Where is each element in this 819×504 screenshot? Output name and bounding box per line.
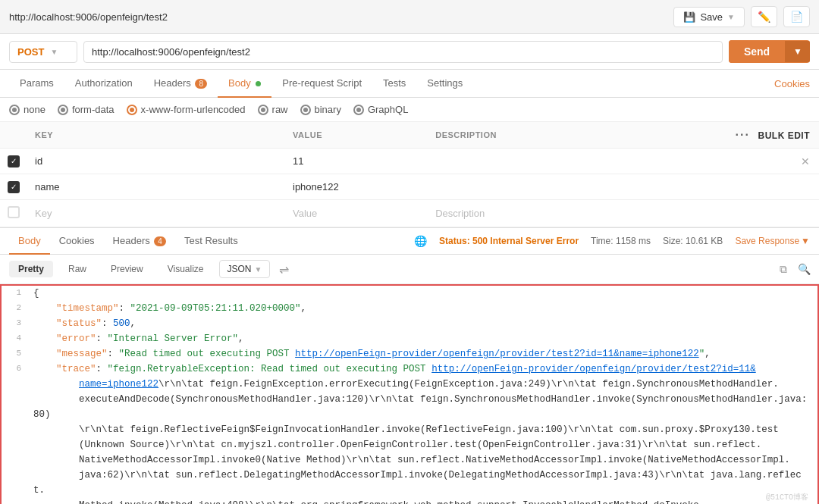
json-content-1: {: [33, 286, 808, 301]
tab-settings[interactable]: Settings: [416, 70, 473, 98]
th-value: VALUE: [285, 122, 428, 149]
resp-tab-cookies[interactable]: Cookies: [50, 228, 104, 255]
tab-tests[interactable]: Tests: [372, 70, 416, 98]
delete-name[interactable]: [606, 174, 819, 200]
method-select[interactable]: POST ▼: [9, 41, 77, 63]
line-num-12-blank: [11, 468, 33, 468]
json-content-7: name=iphone122\r\n\tat feign.FeignExcept…: [33, 377, 808, 392]
line-num-9-blank: [11, 422, 33, 423]
line-num-7-blank: [11, 377, 33, 377]
json-line-5: 5 "message": "Read timed out executing P…: [2, 346, 817, 362]
radio-raw-circle: [258, 105, 268, 115]
save-chevron-icon: ▼: [727, 13, 735, 21]
radio-graphql[interactable]: GraphQL: [353, 104, 408, 115]
format-bar: Pretty Raw Preview Visualize JSON ▼ ⇌ ⧉ …: [0, 255, 819, 284]
delete-id[interactable]: ✕: [606, 149, 819, 174]
edit-icon-button[interactable]: ✏️: [751, 6, 777, 27]
trace-link-2[interactable]: name=iphone122: [79, 379, 158, 390]
send-main-button[interactable]: Send: [729, 40, 785, 63]
watermark: @51CTO博客: [766, 492, 808, 504]
format-tab-pretty[interactable]: Pretty: [9, 261, 53, 277]
save-response-chevron-icon: ▼: [801, 236, 810, 246]
request-tabs: Params Authorization Headers 8 Body Pre-…: [0, 70, 819, 98]
tab-headers[interactable]: Headers 8: [143, 70, 218, 98]
placeholder-checkbox: [0, 200, 27, 227]
format-tab-visualize[interactable]: Visualize: [158, 261, 213, 277]
json-line-10: (Unknown Source)\r\n\tat cn.myjszl.contr…: [2, 437, 817, 452]
resp-tab-testresults[interactable]: Test Results: [175, 228, 247, 255]
desc-name[interactable]: [428, 174, 606, 200]
radio-binary[interactable]: binary: [300, 104, 341, 115]
notes-icon-button[interactable]: 📄: [783, 6, 810, 27]
tab-params[interactable]: Params: [9, 70, 64, 98]
tabs-right: Cookies: [774, 78, 810, 89]
line-num-4: 4: [11, 331, 33, 346]
value-name[interactable]: iphone122: [285, 174, 428, 200]
save-response-button[interactable]: Save Response ▼: [735, 236, 810, 246]
key-name[interactable]: name: [27, 174, 285, 200]
resp-tab-body[interactable]: Body: [9, 228, 50, 255]
body-type-row: none form-data x-www-form-urlencoded raw…: [0, 98, 819, 122]
tab-body[interactable]: Body: [218, 70, 271, 98]
tab-authorization[interactable]: Authorization: [64, 70, 143, 98]
send-button-group: Send ▼: [729, 40, 810, 63]
more-options-button[interactable]: ···: [735, 128, 749, 141]
radio-formdata-circle: [58, 105, 68, 115]
send-dropdown-button[interactable]: ▼: [785, 41, 810, 62]
line-num-10-blank: [11, 437, 33, 438]
save-label: Save: [700, 11, 723, 23]
checkbox-name-box[interactable]: [8, 181, 20, 193]
message-link[interactable]: http://openFeign-provider/openfeign/prov…: [295, 349, 699, 359]
json-format-select[interactable]: JSON ▼: [219, 260, 271, 278]
request-bar: POST ▼ Send ▼: [0, 34, 819, 70]
desc-id[interactable]: [428, 149, 606, 174]
json-line-9: \r\n\tat feign.ReflectiveFeign$FeignInvo…: [2, 422, 817, 437]
value-id[interactable]: 11: [285, 149, 428, 174]
radio-urlencoded-label: x-www-form-urlencoded: [141, 104, 246, 115]
url-input[interactable]: [83, 41, 723, 63]
json-content-10: (Unknown Source)\r\n\tat cn.myjszl.contr…: [33, 437, 808, 452]
method-label: POST: [17, 46, 44, 58]
json-content-8: executeAndDecode(SynchronousMethodHandle…: [33, 392, 808, 422]
radio-binary-label: binary: [315, 104, 341, 115]
checkbox-name[interactable]: [0, 174, 27, 200]
key-id[interactable]: id: [27, 149, 285, 174]
line-num-2: 2: [11, 301, 33, 315]
th-checkbox: [0, 122, 27, 149]
radio-raw[interactable]: raw: [258, 104, 288, 115]
placeholder-desc[interactable]: Description: [428, 200, 606, 227]
resp-tab-headers[interactable]: Headers 4: [104, 228, 175, 255]
body-dot: [256, 81, 261, 86]
format-actions: ⧉ 🔍: [780, 263, 810, 275]
radio-none[interactable]: none: [9, 104, 46, 115]
th-key: KEY: [27, 122, 285, 149]
copy-icon[interactable]: ⧉: [780, 263, 792, 275]
json-content-13: Method.invoke(Method.java:498)\r\n\tat o…: [33, 498, 808, 504]
save-button[interactable]: 💾 Save ▼: [673, 7, 745, 27]
format-tab-raw[interactable]: Raw: [59, 261, 96, 277]
delete-id-icon[interactable]: ✕: [801, 155, 810, 167]
bulk-edit-button[interactable]: Bulk Edit: [758, 130, 811, 141]
radio-urlencoded[interactable]: x-www-form-urlencoded: [127, 104, 246, 115]
format-filter-icon[interactable]: ⇌: [279, 262, 289, 277]
json-content-6: "trace": "feign.RetryableException: Read…: [33, 362, 808, 377]
line-num-8-blank: [11, 392, 33, 393]
json-line-2: 2 "timestamp": "2021-09-09T05:21:11.020+…: [2, 301, 817, 316]
checkbox-id-box[interactable]: [8, 155, 20, 167]
json-select-chevron: ▼: [255, 265, 262, 274]
radio-formdata[interactable]: form-data: [58, 104, 115, 115]
globe-icon: 🌐: [414, 235, 427, 247]
json-line-3: 3 "status": 500,: [2, 316, 817, 331]
format-tab-preview[interactable]: Preview: [102, 261, 152, 277]
tab-prerequest[interactable]: Pre-request Script: [271, 70, 372, 98]
radio-binary-circle: [300, 105, 311, 115]
placeholder-key[interactable]: Key: [27, 200, 285, 227]
cookies-link[interactable]: Cookies: [774, 78, 810, 89]
search-icon[interactable]: 🔍: [798, 263, 810, 275]
json-line-6: 6 "trace": "feign.RetryableException: Re…: [2, 362, 817, 377]
json-line-4: 4 "error": "Internal Server Error",: [2, 331, 817, 346]
placeholder-value[interactable]: Value: [285, 200, 428, 227]
trace-link[interactable]: http://openFeign-provider/openfeign/prov…: [431, 364, 756, 374]
status-text: Status: 500 Internal Server Error: [439, 236, 579, 246]
checkbox-id[interactable]: [0, 149, 27, 174]
